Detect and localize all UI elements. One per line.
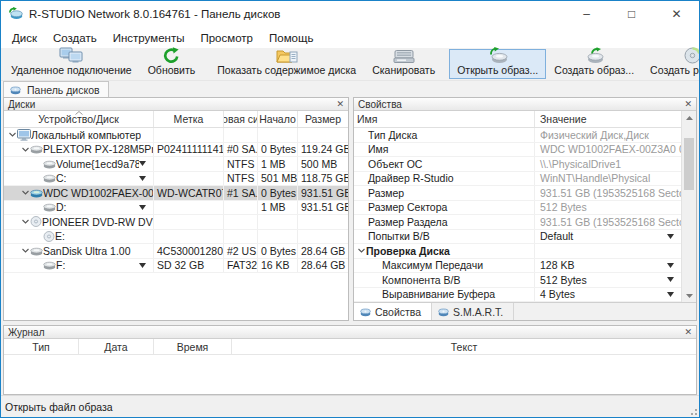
menu-item-Помощь[interactable]: Помощь xyxy=(261,30,321,46)
close-button[interactable]: ✕ xyxy=(654,1,699,27)
properties-scrollbar[interactable] xyxy=(681,111,696,302)
disks-column-4[interactable]: Размер xyxy=(298,111,348,127)
minimize-button[interactable]: – xyxy=(564,1,609,27)
maximize-button[interactable]: □ xyxy=(609,1,654,27)
cd-icon xyxy=(30,216,42,227)
disk-tree-row[interactable]: PIONEER DVD-RW DVR-... xyxy=(4,215,348,230)
chevron-down-icon[interactable] xyxy=(20,145,30,154)
value-dropdown-icon[interactable] xyxy=(667,292,674,297)
disk-tree-row[interactable]: E: xyxy=(4,230,348,245)
device-name: PIONEER DVD-RW DVR-... xyxy=(42,216,153,228)
disk-tree-row[interactable]: C:NTFS501 MB118.75 GB xyxy=(4,172,348,187)
property-row[interactable]: Размер931.51 GB (1953525168 Sectors) xyxy=(354,186,681,201)
label-cell xyxy=(154,201,224,215)
disks-panel-header: Диски ✕ xyxy=(4,98,348,111)
start-cell: 0 Bytes xyxy=(258,143,298,157)
property-row[interactable]: Компонента В/В512 Bytes xyxy=(354,273,681,288)
filesystem-cell: #2 US... xyxy=(224,244,258,258)
resize-grip-icon[interactable] xyxy=(689,407,698,416)
scrollbar-down-icon[interactable] xyxy=(682,289,696,302)
scrollbar-up-icon[interactable] xyxy=(682,111,696,124)
create-region-icon xyxy=(684,47,700,64)
property-row[interactable]: Проверка Диска xyxy=(354,244,681,259)
disk-tree-row[interactable]: Volume{1ecd9a78-00...NTFS1 MB500 MB xyxy=(4,157,348,172)
size-cell xyxy=(298,215,348,229)
journal-column-2[interactable]: Время xyxy=(154,339,232,354)
property-row[interactable]: Выравнивание Буфера4 Bytes xyxy=(354,288,681,303)
journal-column-0[interactable]: Тип xyxy=(4,339,79,354)
volume-dropdown-icon[interactable] xyxy=(139,205,146,210)
toolbar-button-create-region[interactable]: Создать регион... xyxy=(642,49,700,79)
size-cell xyxy=(298,230,348,244)
disks-column-label: Метка xyxy=(174,113,204,125)
chevron-down-icon[interactable] xyxy=(356,246,366,255)
disk-tree-row[interactable]: SanDisk Ultra 1.004C5300012803...#2 US..… xyxy=(4,244,348,259)
device-cell: D: xyxy=(4,201,154,215)
property-row[interactable]: Максимум Передачи128 KB xyxy=(354,259,681,274)
journal-column-1[interactable]: Дата xyxy=(79,339,154,354)
volume-dropdown-icon[interactable] xyxy=(139,263,146,268)
size-cell: 28.64 GB xyxy=(298,259,348,273)
menu-item-Просмотр[interactable]: Просмотр xyxy=(192,30,261,46)
properties-column-value[interactable]: Значение xyxy=(535,111,681,127)
value-dropdown-icon[interactable] xyxy=(667,277,674,282)
property-row[interactable]: Попытки В/ВDefault xyxy=(354,230,681,245)
property-row[interactable]: Размер Сектора512 Bytes xyxy=(354,201,681,216)
toolbar-button-folder-disk[interactable]: Показать содержимое диска xyxy=(209,49,364,79)
chevron-down-icon[interactable] xyxy=(20,217,30,226)
menu-item-Инструменты[interactable]: Инструменты xyxy=(105,30,193,46)
start-cell: 0 Bytes xyxy=(258,186,298,200)
volume-dropdown-icon[interactable] xyxy=(139,161,146,166)
start-cell: 501 MB xyxy=(258,172,298,186)
filesystem-cell: #0 SA... xyxy=(224,143,258,157)
journal-column-3[interactable]: Текст xyxy=(232,339,696,354)
property-value[interactable]: 128 KB xyxy=(535,259,681,273)
value-dropdown-icon[interactable] xyxy=(667,234,674,239)
disk-tree-row[interactable]: WDC WD1002FAEX-00Z3...WD-WCATR07...#1 SA… xyxy=(4,186,348,201)
device-cell: E: xyxy=(4,230,154,244)
property-value[interactable]: Default xyxy=(535,230,681,244)
chevron-down-icon[interactable] xyxy=(20,246,30,255)
menu-item-Диск[interactable]: Диск xyxy=(4,30,45,46)
disks-column-1[interactable]: Метка xyxy=(154,111,224,127)
tab-s-m-a-r-t-[interactable]: S.M.A.R.T. xyxy=(432,303,514,320)
toolbar-button-open-image[interactable]: Открыть образ... xyxy=(449,49,546,79)
disk-tree-row[interactable]: PLEXTOR PX-128M5Pro ...P02411111141#0 SA… xyxy=(4,143,348,158)
device-name: E: xyxy=(55,230,65,242)
disks-panel-close-icon[interactable]: ✕ xyxy=(336,99,344,109)
start-cell: 0 Bytes xyxy=(258,244,298,258)
menu-item-Создать[interactable]: Создать xyxy=(45,30,105,46)
toolbar-button-scanner[interactable]: Сканировать xyxy=(364,49,443,79)
property-row[interactable]: ИмяWDC WD1002FAEX-00Z3A0 05.01D05 xyxy=(354,143,681,158)
chevron-down-icon[interactable] xyxy=(7,130,17,139)
properties-column-name[interactable]: Имя xyxy=(354,111,535,127)
disk-tree-row[interactable]: D:1 MB931.51 GB xyxy=(4,201,348,216)
disk-tree-row[interactable]: Локальный компьютер xyxy=(4,128,348,143)
volume-dropdown-icon[interactable] xyxy=(139,176,146,181)
disks-column-3[interactable]: Начало xyxy=(258,111,298,127)
property-row[interactable]: Драйвер R-StudioWinNT\Handle\Physical xyxy=(354,172,681,187)
scrollbar-track[interactable] xyxy=(682,124,696,289)
property-value[interactable]: 512 Bytes xyxy=(535,273,681,287)
disks-column-2[interactable]: овая си xyxy=(224,111,258,127)
disk-tree-row[interactable]: F:SD 32 GBFAT3216 KB28.64 GB xyxy=(4,259,348,274)
toolbar-button-create-image[interactable]: Создать образ... xyxy=(546,49,642,79)
property-value[interactable]: 4 Bytes xyxy=(535,288,681,302)
tab-свойства[interactable]: Свойства xyxy=(354,303,432,320)
journal-panel-close-icon[interactable]: ✕ xyxy=(684,327,692,337)
toolbar-button-remote-computers[interactable]: Удаленное подключение xyxy=(3,49,140,79)
value-dropdown-icon[interactable] xyxy=(667,263,674,268)
chevron-down-icon[interactable] xyxy=(20,188,30,197)
property-row[interactable]: Размер Раздела931.51 GB (1953525168 Sect… xyxy=(354,215,681,230)
cd-icon xyxy=(43,231,55,242)
toolbar-button-refresh[interactable]: Обновить xyxy=(140,49,204,79)
disks-column-0[interactable]: Устройство/Диск xyxy=(4,111,154,127)
open-image-icon xyxy=(488,47,508,64)
scrollbar-thumb[interactable] xyxy=(684,138,694,190)
property-row[interactable]: Тип ДискаФизический Диск,Диск xyxy=(354,128,681,143)
tab-disk-panel[interactable]: Панель дисков xyxy=(3,81,109,97)
size-cell xyxy=(298,128,348,142)
properties-panel-close-icon[interactable]: ✕ xyxy=(684,99,692,109)
property-row[interactable]: Объект ОС\\.\PhysicalDrive1 xyxy=(354,157,681,172)
filesystem-cell xyxy=(224,215,258,229)
